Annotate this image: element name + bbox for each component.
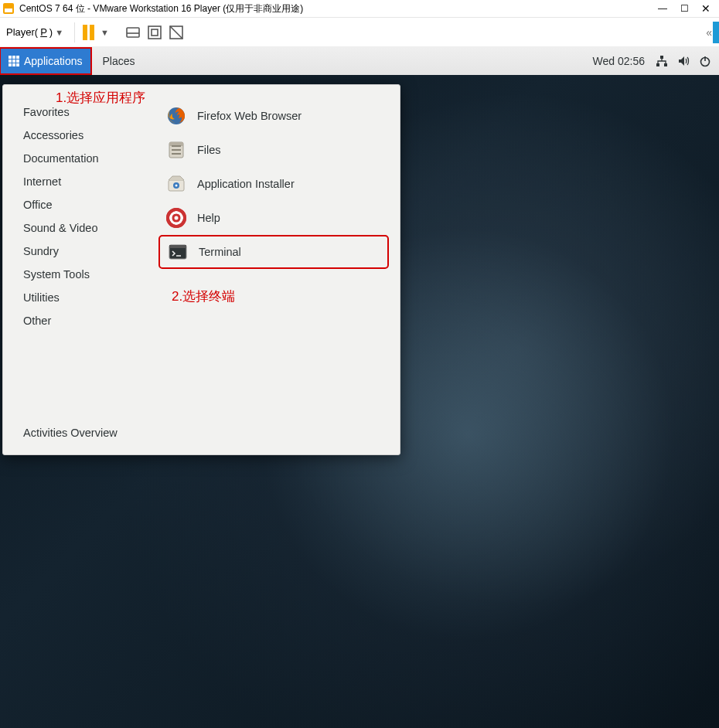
app-list: Firefox Web Browser Files Application In… [154, 85, 400, 454]
category-utilities[interactable]: Utilities [23, 286, 154, 309]
svg-rect-19 [664, 63, 667, 66]
player-menu[interactable]: Player(P) ▼ [3, 25, 66, 39]
fullscreen-icon[interactable] [146, 24, 163, 41]
svg-rect-8 [9, 56, 12, 59]
player-menu-prefix: Player( [6, 26, 38, 38]
svg-rect-13 [16, 60, 19, 63]
app-item-firefox[interactable]: Firefox Web Browser [158, 99, 389, 133]
system-tray [653, 55, 719, 67]
player-menu-suffix: ) [49, 26, 53, 38]
activities-overview[interactable]: Activities Overview [23, 421, 154, 444]
collapse-icon[interactable]: « [706, 26, 710, 39]
category-system-tools[interactable]: System Tools [23, 263, 154, 286]
player-menu-hotkey: P [40, 26, 47, 38]
gnome-top-bar: Applications Places Wed 02:56 [0, 47, 719, 75]
category-sundry[interactable]: Sundry [23, 240, 154, 263]
places-button[interactable]: Places [92, 55, 146, 67]
svg-rect-16 [16, 63, 19, 66]
chevron-down-icon: ▼ [55, 28, 63, 37]
chevron-down-icon[interactable]: ▼ [101, 28, 109, 37]
svg-rect-5 [152, 29, 158, 36]
svg-rect-4 [148, 26, 161, 39]
send-ctrl-alt-del-icon[interactable] [124, 24, 141, 41]
unity-icon[interactable] [168, 24, 185, 41]
svg-rect-27 [172, 153, 181, 155]
svg-point-30 [175, 185, 178, 187]
app-item-help[interactable]: Help [158, 201, 389, 235]
applications-button[interactable]: Applications [0, 47, 92, 75]
vmware-titlebar: CentOS 7 64 位 - VMware Workstation 16 Pl… [0, 0, 719, 18]
minimize-button[interactable]: — [652, 3, 673, 14]
svg-line-7 [170, 26, 182, 39]
maximize-button[interactable]: ☐ [673, 3, 695, 14]
pause-button[interactable] [83, 25, 94, 40]
category-other[interactable]: Other [23, 309, 154, 332]
applications-menu: Favorites Accessories Documentation Inte… [2, 84, 400, 455]
svg-rect-10 [16, 56, 19, 59]
desktop-background: 1.选择应用程序 Favorites Accessories Documenta… [0, 75, 719, 728]
category-list: Favorites Accessories Documentation Inte… [3, 85, 154, 454]
app-item-installer[interactable]: Application Installer [158, 167, 389, 201]
app-item-label: Firefox Web Browser [197, 110, 302, 122]
svg-rect-15 [12, 63, 15, 66]
places-label: Places [103, 55, 135, 67]
svg-rect-14 [9, 63, 12, 66]
toolbar-divider [74, 22, 75, 43]
category-accessories[interactable]: Accessories [23, 124, 154, 147]
svg-rect-17 [660, 56, 663, 59]
app-item-label: Application Installer [197, 178, 295, 190]
vmware-toolbar: Player(P) ▼ ▼ « [0, 18, 719, 47]
annotation-2: 2.选择终端 [172, 287, 235, 305]
power-icon[interactable] [699, 55, 711, 67]
grid-icon [9, 56, 19, 66]
clock[interactable]: Wed 02:56 [585, 55, 653, 67]
category-internet[interactable]: Internet [23, 170, 154, 193]
help-icon [166, 208, 186, 228]
svg-rect-25 [172, 145, 181, 147]
svg-rect-38 [169, 245, 186, 248]
annotation-1: 1.选择应用程序 [56, 89, 145, 107]
category-sound-video[interactable]: Sound & Video [23, 216, 154, 240]
usb-tray-indicator[interactable] [713, 22, 719, 43]
svg-rect-18 [656, 63, 659, 66]
app-item-label: Terminal [199, 246, 241, 258]
svg-rect-11 [9, 60, 12, 63]
app-item-label: Help [197, 212, 220, 224]
category-documentation[interactable]: Documentation [23, 147, 154, 170]
category-office[interactable]: Office [23, 193, 154, 216]
window-title: CentOS 7 64 位 - VMware Workstation 16 Pl… [19, 2, 652, 15]
svg-rect-26 [172, 149, 181, 151]
svg-rect-2 [5, 5, 12, 9]
svg-rect-9 [12, 56, 15, 59]
firefox-icon [166, 106, 186, 126]
app-item-files[interactable]: Files [158, 133, 389, 167]
files-icon [166, 140, 186, 160]
vmware-icon [2, 2, 15, 15]
svg-rect-3 [127, 28, 139, 37]
network-icon[interactable] [656, 55, 668, 67]
applications-label: Applications [24, 55, 83, 67]
svg-rect-34 [167, 216, 186, 219]
app-item-label: Files [197, 144, 221, 156]
terminal-icon [168, 242, 188, 262]
close-button[interactable]: ✕ [695, 2, 717, 15]
app-item-terminal[interactable]: Terminal [158, 235, 389, 269]
volume-icon[interactable] [677, 55, 690, 67]
installer-icon [166, 174, 186, 194]
svg-rect-12 [12, 60, 15, 63]
